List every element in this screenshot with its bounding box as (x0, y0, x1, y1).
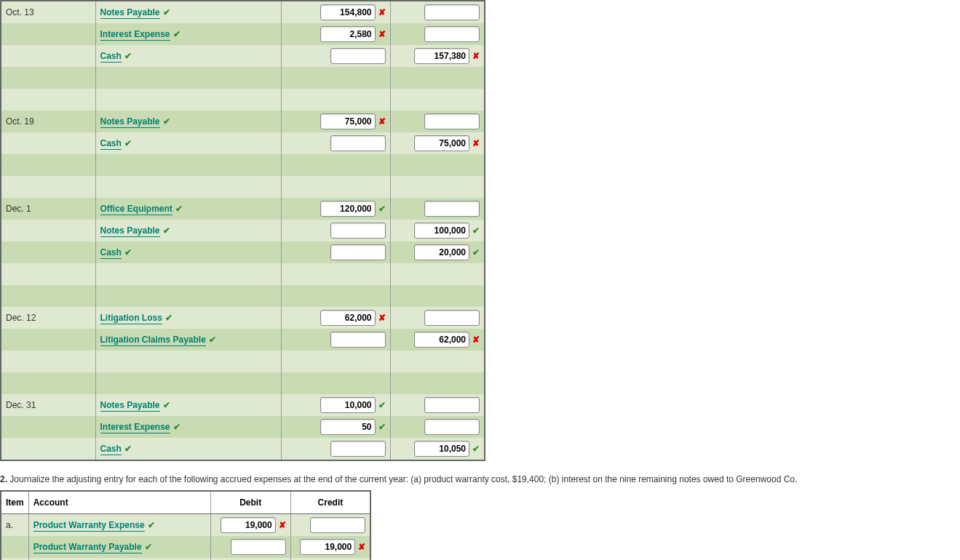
spacer-row (1, 89, 485, 111)
debit-input[interactable] (330, 223, 386, 239)
spacer-row (1, 67, 485, 89)
debit-input[interactable] (330, 441, 386, 457)
account-link[interactable]: Cash (100, 247, 122, 259)
credit-input[interactable] (414, 48, 469, 64)
debit-input[interactable] (330, 135, 386, 151)
cross-icon: ✘ (378, 313, 386, 323)
account-link[interactable]: Notes Payable (100, 225, 160, 237)
debit-input[interactable] (330, 48, 386, 64)
debit-input[interactable] (320, 201, 376, 217)
date-cell (1, 132, 95, 154)
check-icon: ✔ (124, 247, 132, 257)
account-link[interactable]: Notes Payable (100, 400, 160, 412)
check-icon: ✔ (124, 444, 132, 454)
debit-cell (281, 45, 390, 67)
credit-cell (390, 307, 485, 329)
credit-input[interactable] (424, 419, 480, 435)
credit-cell: ✘ (290, 536, 370, 558)
credit-cell (390, 23, 485, 45)
table-row: a.Product Warranty Expense✔✘ (1, 514, 370, 537)
check-icon: ✔ (163, 7, 170, 17)
credit-input[interactable] (310, 517, 365, 533)
credit-input[interactable] (424, 26, 480, 42)
check-icon: ✔ (175, 204, 183, 214)
debit-input[interactable] (320, 4, 376, 20)
credit-cell (290, 514, 370, 537)
credit-input[interactable] (424, 4, 480, 20)
debit-input[interactable] (231, 539, 286, 555)
debit-input[interactable] (320, 26, 376, 42)
table-row: Dec. 12Litigation Loss✔✘ (1, 307, 485, 329)
credit-input[interactable] (300, 539, 355, 555)
question-number: 2. (0, 474, 7, 484)
debit-input[interactable] (320, 113, 376, 129)
account-cell: Notes Payable✔ (95, 220, 281, 241)
debit-cell: ✘ (281, 111, 390, 132)
debit-cell: ✔ (281, 394, 390, 416)
credit-input[interactable] (424, 310, 480, 326)
debit-cell (281, 220, 390, 241)
date-cell (1, 23, 95, 45)
debit-input[interactable] (330, 332, 386, 348)
account-link[interactable]: Litigation Loss (100, 313, 162, 324)
credit-input[interactable] (424, 201, 480, 217)
credit-input[interactable] (414, 135, 469, 151)
header-item: Item (1, 491, 28, 514)
debit-input[interactable] (320, 397, 376, 413)
debit-cell (281, 329, 390, 351)
table-row: Cash✔✘ (1, 45, 485, 67)
debit-cell: ✘ (281, 1, 390, 23)
account-link[interactable]: Notes Payable (100, 7, 160, 19)
table-row: Cash✔✔ (1, 241, 485, 263)
account-link[interactable]: Cash (100, 51, 122, 63)
account-link[interactable]: Interest Expense (100, 29, 170, 41)
check-icon: ✔ (472, 444, 480, 454)
item-cell (1, 536, 28, 558)
cross-icon: ✘ (378, 116, 386, 127)
credit-input[interactable] (424, 113, 480, 129)
credit-cell (390, 111, 485, 132)
account-link[interactable]: Cash (100, 444, 122, 455)
account-link[interactable]: Office Equipment (100, 204, 172, 215)
account-link[interactable]: Notes Payable (100, 116, 160, 128)
check-icon: ✔ (472, 247, 480, 257)
account-link[interactable]: Interest Expense (100, 422, 170, 433)
debit-input[interactable] (221, 517, 276, 533)
account-link[interactable]: Litigation Claims Payable (100, 335, 206, 346)
debit-cell: ✘ (210, 514, 290, 537)
account-link[interactable]: Cash (100, 138, 122, 150)
check-icon: ✔ (163, 116, 170, 127)
credit-input[interactable] (424, 397, 480, 413)
debit-cell (281, 241, 390, 263)
header-credit: Credit (290, 491, 370, 514)
account-cell: Notes Payable✔ (95, 1, 281, 23)
check-icon: ✔ (163, 225, 170, 236)
check-icon: ✔ (148, 520, 155, 530)
date-cell: Dec. 12 (1, 307, 95, 329)
check-icon: ✔ (165, 313, 172, 323)
account-cell: Product Warranty Expense✔ (28, 514, 210, 537)
date-cell: Dec. 1 (1, 198, 95, 220)
account-cell: Cash✔ (95, 45, 281, 67)
debit-input[interactable] (320, 310, 376, 326)
date-cell: Oct. 19 (1, 111, 95, 132)
account-link[interactable]: Product Warranty Expense (33, 520, 145, 532)
account-cell: Cash✔ (95, 132, 281, 154)
credit-cell (390, 198, 485, 220)
credit-input[interactable] (414, 332, 469, 348)
credit-input[interactable] (414, 441, 469, 457)
date-cell: Dec. 31 (1, 394, 95, 416)
debit-input[interactable] (330, 244, 386, 260)
journal-table-2: Item Account Debit Credit a.Product Warr… (0, 490, 371, 560)
spacer-row (1, 351, 485, 372)
cross-icon: ✘ (358, 542, 365, 552)
table-row: Oct. 19Notes Payable✔✘ (1, 111, 485, 132)
account-link[interactable]: Product Warranty Payable (33, 542, 142, 553)
account-cell: Interest Expense✔ (95, 23, 281, 45)
credit-input[interactable] (414, 223, 469, 239)
item-cell: a. (1, 514, 28, 537)
debit-cell (210, 536, 290, 558)
debit-input[interactable] (320, 419, 376, 435)
credit-input[interactable] (414, 244, 469, 260)
debit-cell: ✘ (281, 307, 390, 329)
